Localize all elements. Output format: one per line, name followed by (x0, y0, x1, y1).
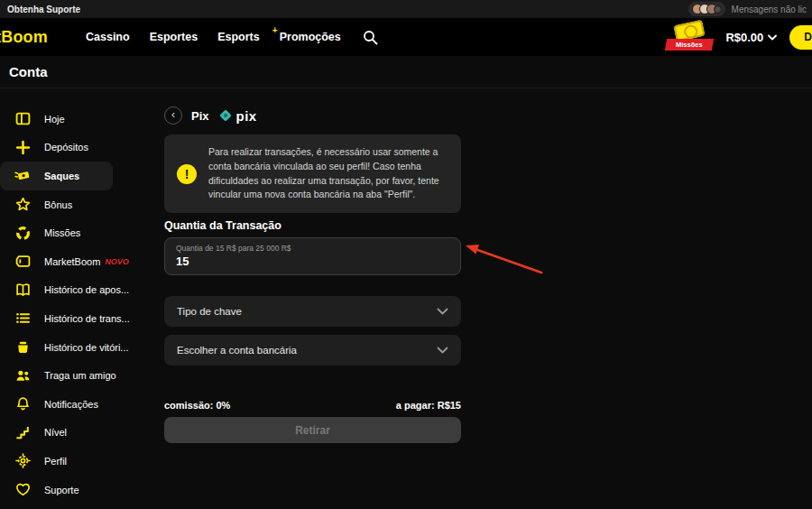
chevron-left-icon: ‹ (171, 109, 175, 120)
sidebar-item-label: Histórico de trans... (44, 313, 130, 324)
commission-label: comissão: 0% (164, 400, 230, 411)
sidebar-item-label: Perfil (44, 456, 67, 467)
to-pay-label: a pagar: R$15 (396, 400, 461, 411)
sidebar-item-saques[interactable]: Saques (0, 162, 113, 190)
heart-icon (14, 482, 31, 498)
withdraw-panel: ‹ Pix pix ! Para realizar transações, é … (164, 88, 461, 443)
list-icon (14, 310, 31, 327)
plus-icon: + (272, 25, 278, 35)
page: Obtenha Suporte Mensagens não lic tBoom … (0, 0, 812, 509)
sidebar-item-label: Hoje (44, 114, 65, 125)
nav-item-esports[interactable]: Esports (217, 31, 260, 43)
sidebar-item-traga-um-amigo[interactable]: Traga um amigo (0, 361, 113, 390)
bank-account-dropdown[interactable]: Escolher a conta bancária (164, 335, 461, 366)
cash-icon (14, 168, 31, 184)
missions-ring-icon (14, 225, 31, 241)
sidebar-item-label: Histórico de apos... (44, 284, 129, 295)
bank-account-label: Escolher a conta bancária (177, 345, 297, 356)
people-icon (14, 367, 31, 384)
nav-item-promocoes[interactable]: + Promoções (280, 31, 341, 43)
support-link[interactable]: Obtenha Suporte (7, 5, 80, 14)
missions-badge-label: Missões (677, 41, 704, 49)
stairs-icon (14, 424, 31, 440)
amount-input[interactable] (176, 255, 449, 268)
support-avatars (688, 2, 725, 16)
book-icon (14, 282, 31, 298)
pix-diamond-icon (218, 108, 233, 123)
fees-row: comissão: 0% a pagar: R$15 (164, 400, 461, 411)
sidebar-item-perfil[interactable]: Perfil (0, 447, 113, 476)
sidebar-item-label: Depósitos (44, 142, 88, 153)
sidebar-item-historico-transacoes[interactable]: Histórico de trans... (0, 304, 113, 333)
method-label: Pix (191, 109, 209, 123)
sidebar-item-label: Saques (44, 171, 79, 181)
missions-badge-button[interactable]: Missões (666, 23, 713, 51)
novo-badge: NOVO (105, 257, 129, 266)
sidebar-item-hoje[interactable]: Hoje (0, 105, 113, 134)
today-panel-icon (14, 111, 31, 127)
chevron-down-icon (768, 34, 777, 41)
sidebar-item-marketboom[interactable]: MarketBoom NOVO (0, 247, 113, 276)
nav-item-promocoes-label: Promoções (280, 31, 341, 43)
star-icon (14, 197, 31, 213)
brand-logo[interactable]: tBoom (0, 28, 48, 47)
nav-right: Missões R$0.00 Dep (666, 23, 812, 51)
sidebar-item-label: Missões (44, 227, 80, 238)
missions-ribbon: Missões (665, 39, 714, 51)
balance-dropdown[interactable]: R$0.00 (725, 31, 777, 44)
market-card-icon (14, 254, 31, 270)
sidebar-item-notificacoes[interactable]: Notificações (0, 390, 113, 419)
nav-item-cassino[interactable]: Cassino (86, 31, 130, 43)
sidebar-item-historico-apostas[interactable]: Histórico de apos... (0, 276, 113, 305)
sidebar-item-label: MarketBoom (44, 256, 100, 267)
sidebar-item-label: Bônus (44, 199, 72, 210)
utility-bar: Obtenha Suporte Mensagens não lic (0, 0, 812, 18)
main-nav: tBoom Cassino Esportes Esports + Promoçõ… (0, 18, 812, 56)
sidebar-item-label: Histórico de vitóri... (44, 342, 129, 353)
page-title: Conta (9, 64, 48, 79)
avatar-more-dot (714, 5, 722, 14)
sidebar-item-label: Nível (44, 427, 67, 438)
nav-item-esportes[interactable]: Esportes (150, 31, 198, 43)
sidebar-item-bonus[interactable]: Bônus (0, 190, 113, 219)
notice-text: Para realizar transações, é necessário u… (208, 145, 445, 202)
plus-icon (14, 139, 31, 155)
account-notice: ! Para realizar transações, é necessário… (164, 134, 461, 213)
amount-section-title: Quantia da Transação (164, 219, 461, 232)
sidebar-item-missoes[interactable]: Missões (0, 218, 113, 247)
pix-wordmark: pix (236, 108, 257, 124)
chevron-down-icon (437, 347, 448, 354)
warning-icon: ! (177, 164, 197, 184)
sidebar-item-label: Traga um amigo (44, 370, 116, 381)
unread-messages-label: Mensagens não lic (732, 5, 807, 14)
amount-field[interactable]: Quantia de 15 R$ para 25 000 R$ (164, 237, 461, 275)
messages-area[interactable]: Mensagens não lic (688, 2, 807, 16)
sidebar-item-label: Suporte (44, 485, 79, 495)
search-button[interactable] (363, 30, 378, 45)
sidebar-item-depositos[interactable]: Depósitos (0, 134, 113, 162)
key-type-label: Tipo de chave (177, 306, 242, 317)
page-head: Conta (0, 56, 812, 88)
withdraw-button[interactable]: Retirar (164, 417, 461, 443)
back-button[interactable]: ‹ (164, 106, 182, 125)
pix-logo: pix (218, 108, 257, 124)
chevron-down-icon (437, 308, 448, 315)
search-icon (363, 30, 378, 45)
sidebar-item-label: Notificações (44, 399, 98, 410)
balance-amount: R$0.00 (725, 31, 763, 44)
method-header: ‹ Pix pix (164, 106, 461, 125)
deposit-button[interactable]: Dep (789, 25, 812, 50)
amount-hint: Quantia de 15 R$ para 25 000 R$ (176, 244, 449, 253)
key-type-dropdown[interactable]: Tipo de chave (164, 296, 461, 327)
bell-icon (14, 396, 31, 412)
trophy-icon (14, 339, 31, 356)
account-sidebar: Hoje Depósitos Saques Bônus Missões (0, 88, 153, 504)
sidebar-item-nivel[interactable]: Nível (0, 419, 113, 448)
sidebar-item-suporte[interactable]: Suporte (0, 476, 113, 504)
gear-icon (14, 453, 31, 469)
nav-menu: Cassino Esportes Esports + Promoções (86, 31, 341, 43)
sidebar-item-historico-vitorias[interactable]: Histórico de vitóri... (0, 333, 113, 362)
